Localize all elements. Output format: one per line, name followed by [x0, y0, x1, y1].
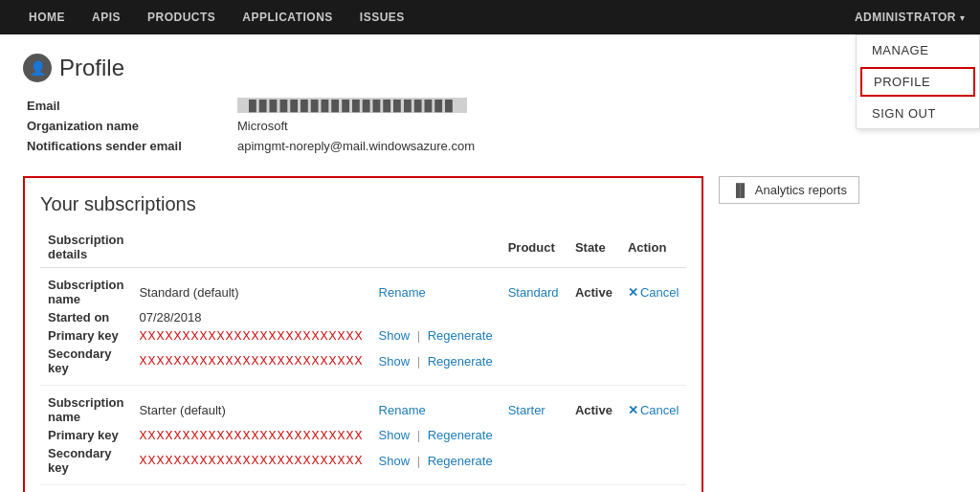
analytics-label: Analytics reports	[755, 183, 847, 197]
table-row: Primary key XXXXXXXXXXXXXXXXXXXXXXXXXX S…	[40, 426, 686, 444]
dropdown-profile[interactable]: PROFILE	[860, 67, 975, 97]
subscriptions-area: Your subscriptions Subscription details …	[23, 176, 957, 492]
sub-key-masked: XXXXXXXXXXXXXXXXXXXXXXXXXX	[131, 444, 370, 485]
page-content: 👤 Profile Email ████████████████████ Org…	[0, 34, 980, 492]
sub-action[interactable]: ✕Cancel	[620, 268, 686, 309]
avatar: 👤	[23, 54, 52, 82]
show-primary-link-2[interactable]: Show	[379, 428, 411, 442]
nav-item-products[interactable]: PRODUCTS	[134, 0, 229, 34]
subscriptions-box: Your subscriptions Subscription details …	[23, 176, 703, 492]
regen-primary-link[interactable]: Regenerate	[428, 328, 493, 343]
sub-row-label: Subscription name	[40, 485, 131, 493]
org-field-row: Organization name Microsoft	[27, 119, 957, 133]
pipe-sep: |	[417, 328, 420, 343]
notif-field-row: Notifications sender email apimgmt-norep…	[27, 139, 957, 153]
table-row: Started on 07/28/2018	[40, 308, 686, 326]
top-nav: HOME APIS PRODUCTS APPLICATIONS ISSUES A…	[0, 0, 980, 34]
table-row: Subscription name Standard (default) Ren…	[40, 268, 686, 309]
subscriptions-title: Your subscriptions	[40, 193, 686, 215]
sub-row-link[interactable]: Rename	[371, 268, 501, 309]
nav-item-applications[interactable]: APPLICATIONS	[229, 0, 345, 34]
col-empty1	[131, 227, 370, 268]
table-row: Secondary key XXXXXXXXXXXXXXXXXXXXXXXXXX…	[40, 345, 686, 386]
sub-state: Active	[568, 268, 620, 309]
profile-fields: Email ████████████████████ Organization …	[27, 98, 957, 153]
right-panel: ▐▌ Analytics reports	[719, 176, 859, 204]
col-state: State	[568, 227, 620, 268]
table-row: Secondary key XXXXXXXXXXXXXXXXXXXXXXXXXX…	[40, 444, 686, 485]
col-product: Product	[501, 227, 568, 268]
regen-primary-link-2[interactable]: Regenerate	[428, 428, 493, 442]
sub-row-link[interactable]: Rename	[371, 386, 501, 427]
email-field-row: Email ████████████████████	[27, 98, 957, 113]
sub-row-label: Started on	[40, 308, 131, 326]
sub-row-value: Unlimited (default)	[131, 485, 370, 493]
regen-secondary-link-2[interactable]: Regenerate	[428, 454, 493, 468]
dropdown-arrow-icon: ▾	[960, 12, 965, 23]
admin-dropdown: MANAGE PROFILE SIGN OUT	[856, 34, 980, 129]
sub-key-actions: Show | Regenerate	[371, 345, 501, 386]
table-row: Primary key XXXXXXXXXXXXXXXXXXXXXXXXXX S…	[40, 326, 686, 345]
sub-row-value: Standard (default)	[131, 268, 370, 309]
admin-label: ADMINISTRATOR	[855, 11, 956, 24]
regen-secondary-link[interactable]: Regenerate	[428, 354, 493, 369]
sub-product[interactable]: Unlimited	[501, 485, 568, 493]
sub-row-label: Primary key	[40, 426, 131, 444]
admin-menu-trigger[interactable]: ADMINISTRATOR ▾	[855, 11, 965, 24]
sub-row-label: Subscription name	[40, 386, 131, 427]
show-secondary-link[interactable]: Show	[379, 354, 411, 369]
sub-action[interactable]: ✕Cancel	[620, 485, 686, 493]
sub-product[interactable]: Standard	[501, 268, 568, 309]
sub-key-masked: XXXXXXXXXXXXXXXXXXXXXXXXXX	[131, 426, 370, 444]
cancel-label: Cancel	[640, 403, 679, 417]
analytics-reports-button[interactable]: ▐▌ Analytics reports	[719, 176, 859, 204]
cancel-x-icon: ✕	[628, 403, 638, 417]
sub-row-label: Secondary key	[40, 345, 131, 386]
sub-key-actions: Show | Regenerate	[371, 326, 501, 345]
notif-value: apimgmt-noreply@mail.windowsazure.com	[237, 139, 475, 153]
notif-label: Notifications sender email	[27, 139, 237, 153]
sub-row-label: Secondary key	[40, 444, 131, 485]
pipe-sep: |	[417, 454, 420, 468]
bar-chart-icon: ▐▌	[731, 183, 748, 197]
email-value: ████████████████████	[237, 98, 467, 113]
sub-key-masked: XXXXXXXXXXXXXXXXXXXXXXXXXX	[131, 326, 370, 345]
sub-key-actions: Show | Regenerate	[371, 444, 501, 485]
pipe-sep: |	[417, 428, 420, 442]
sub-row-label: Primary key	[40, 326, 131, 345]
dropdown-manage[interactable]: MANAGE	[857, 35, 979, 65]
sub-row-value: Starter (default)	[131, 386, 370, 427]
table-row: Subscription name Unlimited (default) Re…	[40, 485, 686, 493]
show-secondary-link-2[interactable]: Show	[379, 454, 411, 468]
sub-row-label: Subscription name	[40, 268, 131, 309]
nav-item-apis[interactable]: APIS	[78, 0, 134, 34]
nav-item-home[interactable]: HOME	[15, 0, 78, 34]
col-action: Action	[620, 227, 686, 268]
dropdown-signout[interactable]: SIGN OUT	[857, 99, 979, 128]
sub-row-link[interactable]: Rename	[371, 485, 501, 493]
org-value: Microsoft	[237, 119, 288, 133]
sub-action[interactable]: ✕Cancel	[620, 386, 686, 427]
col-sub-details: Subscription details	[40, 227, 131, 268]
sub-state: Active	[568, 386, 620, 427]
pipe-sep: |	[417, 354, 420, 369]
sub-product[interactable]: Starter	[501, 386, 568, 427]
nav-left: HOME APIS PRODUCTS APPLICATIONS ISSUES	[15, 0, 418, 34]
nav-item-issues[interactable]: ISSUES	[346, 0, 418, 34]
page-title: Profile	[59, 55, 124, 81]
show-primary-link[interactable]: Show	[379, 328, 411, 343]
email-label: Email	[27, 99, 237, 113]
sub-key-actions: Show | Regenerate	[371, 426, 501, 444]
cancel-label: Cancel	[640, 285, 679, 300]
sub-key-masked: XXXXXXXXXXXXXXXXXXXXXXXXXX	[131, 345, 370, 386]
org-label: Organization name	[27, 119, 237, 133]
profile-header: 👤 Profile	[23, 54, 957, 82]
cancel-x-icon: ✕	[628, 285, 638, 300]
subscriptions-table: Subscription details Product State Actio…	[40, 227, 686, 492]
table-row: Subscription name Starter (default) Rena…	[40, 386, 686, 427]
col-empty2	[371, 227, 501, 268]
sub-state: Active	[568, 485, 620, 493]
sub-row-value: 07/28/2018	[131, 308, 370, 326]
